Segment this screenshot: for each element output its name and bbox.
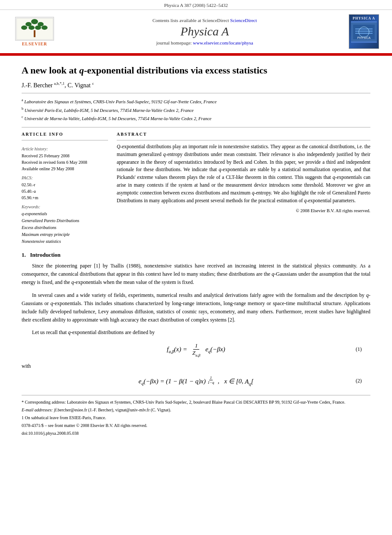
abstract-heading: ABSTRACT — [117, 132, 370, 137]
affiliations: a Laboratoire des Signaux et Systèmes, C… — [22, 98, 370, 122]
abstract-column: ABSTRACT Q-exponential distributions pla… — [117, 132, 370, 245]
equation-2-number: (2) — [356, 378, 362, 384]
svg-point-7 — [41, 25, 48, 30]
footnote-issn: 0378-4371/$ – see front matter © 2008 El… — [22, 422, 370, 429]
abstract-text: Q-exponential distributions play an impo… — [117, 143, 370, 205]
revised-date: Received in revised form 6 May 2008 — [22, 159, 108, 166]
article-info-block: Article history: Received 25 February 20… — [22, 140, 108, 245]
citation-text: Physica A 387 (2008) 5422–5432 — [164, 3, 228, 8]
article-info-column: ARTICLE INFO Article history: Received 2… — [22, 132, 108, 245]
intro-para3: Let us recall that q-exponential distrib… — [22, 328, 370, 337]
equation-2-block: eq(−βx) = (1 − β(1 − q)x) 1 1−q , x ∈ [0… — [22, 376, 370, 386]
elsevier-tree-graphic — [15, 17, 54, 41]
keywords-label: Keywords: — [22, 204, 108, 209]
affiliation-a: a Laboratoire des Signaux et Systèmes, C… — [22, 98, 370, 105]
svg-text:PHYSICA: PHYSICA — [357, 36, 371, 39]
keyword-2: Generalized Pareto Distributions — [22, 217, 108, 224]
info-abstract-section: ARTICLE INFO Article history: Received 2… — [22, 132, 370, 245]
copyright-line: © 2008 Elsevier B.V. All rights reserved… — [117, 208, 370, 213]
elsevier-logo: ELSEVIER — [9, 17, 61, 46]
author-separator — [22, 93, 370, 93]
physica-cover-image: PHYSICA — [351, 21, 377, 43]
keyword-1: q-exponentials — [22, 210, 108, 217]
sciencedirect-link[interactable]: ScienceDirect — [230, 18, 257, 23]
elsevier-label-text: ELSEVIER — [22, 41, 48, 46]
article-title: A new look at q-exponential distribution… — [22, 64, 370, 77]
keyword-3: Excess distributions — [22, 224, 108, 231]
pacs-label: PACS: — [22, 175, 108, 180]
received-date: Received 25 February 2008 — [22, 153, 108, 159]
keyword-5: Nonextensive statistics — [22, 238, 108, 245]
affiliation-b: b Université Paris-Est, LabInfo-IGM, 5 b… — [22, 106, 370, 114]
elsevier-logo-area: ELSEVIER — [9, 17, 61, 46]
pacs-code-1: 02.50.-r — [22, 182, 108, 188]
keywords-list: q-exponentials Generalized Pareto Distri… — [22, 210, 108, 245]
journal-header: ELSEVIER Contents lists available at Sci… — [0, 10, 392, 54]
footnote-email: E-mail addresses: jf.bercher@esiee.fr (J… — [22, 407, 370, 413]
svg-point-4 — [21, 25, 27, 30]
intro-para1: Since the pioneering paper [1] by Tsalli… — [22, 262, 370, 287]
article-info-heading: ARTICLE INFO — [22, 132, 108, 137]
affiliation-separator — [22, 127, 370, 127]
affiliation-c: c Université de Marne-la-Vallée, LabInfo… — [22, 115, 370, 122]
journal-cover-area: PHYSICA A PHYSICA — [349, 14, 383, 49]
intro-with: with — [22, 362, 370, 370]
article-content: A new look at q-exponential distribution… — [0, 56, 392, 446]
history-label: Article history: — [22, 146, 108, 151]
equation-1: fa,β(x) = 1 Za,β eq(−βx) — [167, 342, 225, 357]
pacs-code-2: 05.40.-a — [22, 188, 108, 194]
physica-cover-graphic: PHYSICA A PHYSICA — [349, 14, 379, 49]
footnote-corresponding: * Corresponding address: Laboratoire des… — [22, 399, 370, 405]
pacs-code-3: 05.90.+m — [22, 194, 108, 201]
abstract-block: Q-exponential distributions play an impo… — [117, 140, 370, 213]
section-title: 1. Introduction — [22, 252, 370, 258]
footnote-doi: doi:10.1016/j.physa.2008.05.038 — [22, 430, 370, 436]
journal-homepage: journal homepage: www.elsevier.com/locat… — [61, 40, 349, 45]
footnote-sabbatical: 1 On sabbatical leave from ESIEE-Paris, … — [22, 414, 370, 421]
journal-header-center: Contents lists available at ScienceDirec… — [61, 18, 349, 45]
equation-2: eq(−βx) = (1 − β(1 − q)x) 1 1−q , x ∈ [0… — [138, 376, 253, 386]
svg-rect-8 — [34, 30, 35, 37]
svg-point-1 — [31, 19, 38, 24]
svg-point-5 — [29, 25, 35, 30]
journal-homepage-link[interactable]: www.elsevier.com/locate/physa — [193, 40, 253, 45]
introduction-section: 1. Introduction Since the pioneering pap… — [22, 252, 370, 386]
svg-point-6 — [35, 25, 41, 30]
authors: J.-F. Bercher a,b,*,1, C. Vignat c — [22, 81, 370, 89]
equation-1-block: fa,β(x) = 1 Za,β eq(−βx) (1) — [22, 342, 370, 357]
sciencedirect-line: Contents lists available at ScienceDirec… — [61, 18, 349, 23]
intro-para2: In several cases and a wide variety of f… — [22, 291, 370, 325]
footnote-area: * Corresponding address: Laboratoire des… — [22, 395, 370, 436]
page-container: Physica A 387 (2008) 5422–5432 — [0, 0, 392, 535]
keyword-4: Maximum entropy principle — [22, 231, 108, 238]
available-date: Available online 29 May 2008 — [22, 166, 108, 172]
citation-bar: Physica A 387 (2008) 5422–5432 — [0, 0, 392, 10]
physica-cover-label: PHYSICA A — [353, 16, 375, 20]
equation-1-number: (1) — [356, 346, 362, 353]
journal-title-display: Physica A — [61, 25, 349, 38]
